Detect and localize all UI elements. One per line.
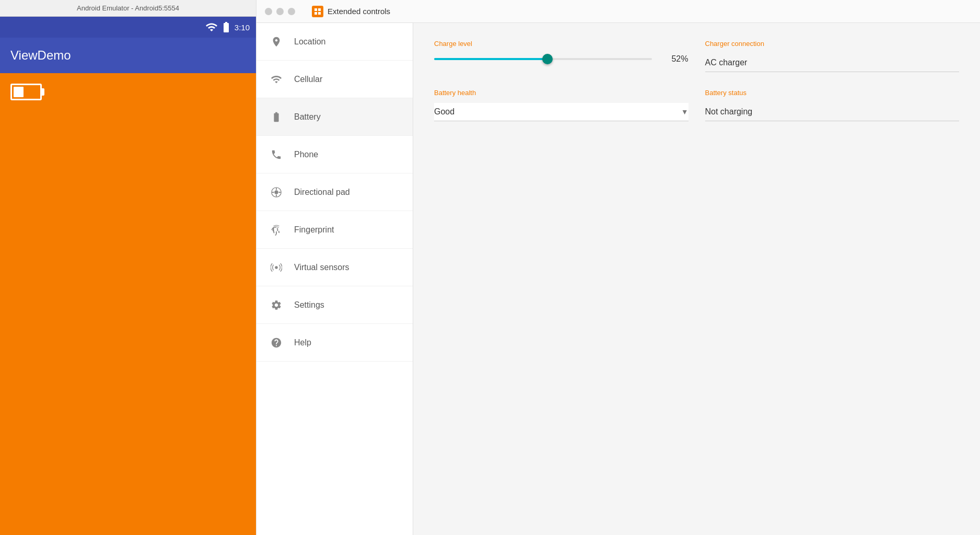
battery-main-panel: Charge level 52% Charger connection <box>413 23 980 535</box>
sidebar-item-location[interactable]: Location <box>256 23 413 61</box>
svg-point-6 <box>275 266 278 269</box>
controls-titlebar: Extended controls <box>256 0 980 23</box>
android-statusbar: 3:10 <box>0 17 256 38</box>
sidebar-label-cellular: Cellular <box>294 75 322 84</box>
charger-connection-section: Charger connection AC charger <box>705 40 960 72</box>
extended-controls-panel: Extended controls Location <box>256 0 980 535</box>
phone-icon <box>269 147 284 162</box>
svg-point-5 <box>274 190 278 194</box>
sidebar-label-help: Help <box>294 338 311 347</box>
dpad-icon <box>269 185 284 200</box>
charger-connection-value: AC charger <box>705 54 960 72</box>
battery-health-section: Battery health Good ▼ <box>434 89 689 121</box>
controls-title-text: Extended controls <box>328 7 390 16</box>
sidebar-item-virtual-sensors[interactable]: Virtual sensors <box>256 249 413 286</box>
svg-rect-0 <box>314 8 317 11</box>
window-minimize-btn[interactable] <box>276 8 284 15</box>
sidebar-label-dpad: Directional pad <box>294 188 350 197</box>
statusbar-battery-icon <box>220 21 232 33</box>
sidebar-label-fingerprint: Fingerprint <box>294 225 334 235</box>
sidebar-label-phone: Phone <box>294 150 318 159</box>
logo-svg <box>314 8 321 15</box>
controls-logo-icon <box>312 6 323 17</box>
sidebar-item-phone[interactable]: Phone <box>256 136 413 173</box>
charge-percent-value: 52% <box>662 54 689 64</box>
sensors-icon <box>269 260 284 275</box>
emulator-panel: Android Emulator - Android5:5554 3:10 Vi… <box>0 0 256 535</box>
sidebar-label-battery: Battery <box>294 112 321 122</box>
location-icon <box>269 34 284 49</box>
android-content <box>0 73 256 535</box>
sidebar-item-directional-pad[interactable]: Directional pad <box>256 173 413 211</box>
svg-rect-2 <box>314 12 317 15</box>
slider-thumb[interactable] <box>542 54 553 64</box>
health-dropdown[interactable]: Good ▼ <box>434 103 689 121</box>
battery-fill <box>14 87 24 97</box>
help-icon <box>269 335 284 350</box>
svg-rect-1 <box>318 8 321 11</box>
android-screen: 3:10 ViewDemo <box>0 17 256 535</box>
window-buttons <box>265 8 295 15</box>
status-icons: 3:10 <box>205 21 250 33</box>
app-title: ViewDemo <box>10 48 71 63</box>
charge-slider-container[interactable] <box>434 54 652 64</box>
emulator-title: Android Emulator - Android5:5554 <box>77 4 179 12</box>
controls-sidebar: Location Cellular Battery <box>256 23 413 535</box>
window-maximize-btn[interactable] <box>288 8 295 15</box>
battery-status-section: Battery status Not charging <box>705 89 960 121</box>
sidebar-label-virtual-sensors: Virtual sensors <box>294 263 349 272</box>
slider-fill <box>434 58 547 60</box>
fingerprint-icon <box>269 223 284 237</box>
emulator-titlebar: Android Emulator - Android5:5554 <box>0 0 256 17</box>
health-dropdown-value: Good <box>434 107 454 117</box>
charge-slider-row: 52% <box>434 54 689 64</box>
battery-health-label: Battery health <box>434 89 689 97</box>
battery-status-value: Not charging <box>705 103 960 121</box>
cellular-icon <box>269 72 284 87</box>
charge-level-section: Charge level 52% <box>434 40 689 64</box>
battery-icon-large <box>10 84 42 100</box>
statusbar-time: 3:10 <box>235 23 250 32</box>
android-appbar: ViewDemo <box>0 38 256 73</box>
settings-icon <box>269 298 284 312</box>
sidebar-label-settings: Settings <box>294 300 324 310</box>
battery-nav-icon <box>269 110 284 124</box>
dropdown-arrow-icon: ▼ <box>681 108 689 116</box>
charger-connection-label: Charger connection <box>705 40 960 48</box>
charge-level-label: Charge level <box>434 40 689 48</box>
sidebar-item-battery[interactable]: Battery <box>256 98 413 136</box>
sidebar-label-location: Location <box>294 37 326 46</box>
battery-controls-grid: Charge level 52% Charger connection <box>434 40 959 121</box>
controls-body: Location Cellular Battery <box>256 23 980 535</box>
signal-icon <box>205 21 218 33</box>
battery-status-label: Battery status <box>705 89 960 97</box>
sidebar-item-cellular[interactable]: Cellular <box>256 61 413 98</box>
svg-rect-3 <box>318 12 321 15</box>
sidebar-item-settings[interactable]: Settings <box>256 286 413 324</box>
sidebar-item-help[interactable]: Help <box>256 324 413 362</box>
sidebar-item-fingerprint[interactable]: Fingerprint <box>256 211 413 249</box>
controls-title-area: Extended controls <box>312 6 390 17</box>
window-close-btn[interactable] <box>265 8 272 15</box>
